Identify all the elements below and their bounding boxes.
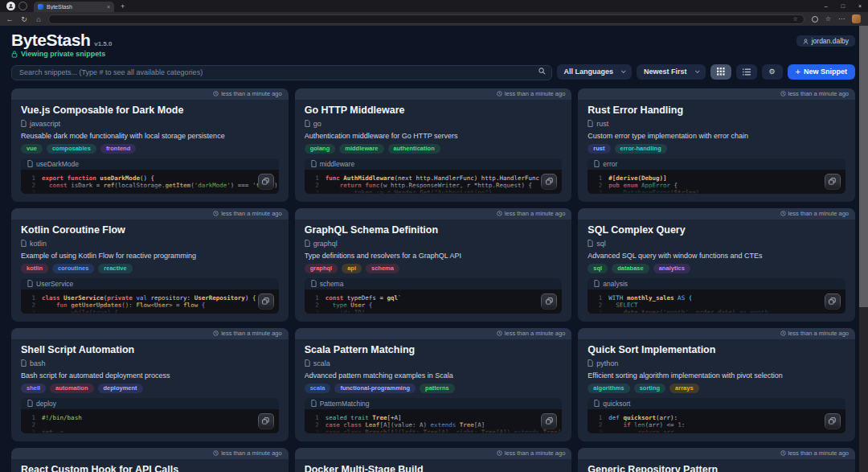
browser-avatar[interactable] xyxy=(852,14,861,23)
copy-icon xyxy=(262,178,269,185)
window-minimize-button[interactable]: – xyxy=(825,3,828,9)
snippet-card[interactable]: less than a minute ago Vue.js Composable… xyxy=(11,88,289,202)
tag-pill[interactable]: error-handling xyxy=(615,144,667,154)
snippet-title: Shell Script Automation xyxy=(21,344,279,355)
browser-extensions-icon[interactable] xyxy=(18,2,27,10)
bytestash-page: ByteStash v1.5.0 Viewing private snippet… xyxy=(0,26,868,472)
snippet-card[interactable]: less than a minute ago Docker Multi-Stag… xyxy=(295,448,572,472)
tag-pill[interactable]: functional-programming xyxy=(334,384,416,393)
tag-pill[interactable]: automation xyxy=(50,384,93,393)
tag-pill[interactable]: coroutines xyxy=(52,264,94,273)
snippet-card[interactable]: less than a minute ago Go HTTP Middlewar… xyxy=(295,88,572,202)
tag-pill[interactable]: golang xyxy=(305,144,336,154)
tag-pill[interactable]: frontend xyxy=(100,144,136,154)
favorites-button[interactable]: ☆ xyxy=(825,15,831,23)
copy-button[interactable] xyxy=(541,293,557,310)
tag-pill[interactable]: rust xyxy=(588,144,610,154)
snippet-card[interactable]: less than a minute ago Kotlin Coroutine … xyxy=(11,208,289,322)
window-close-button[interactable]: × xyxy=(858,3,862,9)
snippet-title: Vue.js Composable for Dark Mode xyxy=(21,105,279,116)
tag-pill[interactable]: database xyxy=(612,264,649,273)
tag-pill[interactable]: middleware xyxy=(339,144,383,154)
home-button[interactable]: ⌂ xyxy=(34,15,43,23)
copy-button[interactable] xyxy=(258,413,274,429)
card-timestamp-bar: less than a minute ago xyxy=(295,328,572,339)
snippet-card[interactable]: less than a minute ago React Custom Hook… xyxy=(11,448,289,472)
code-file-name: middleware xyxy=(320,160,354,168)
copy-button[interactable] xyxy=(541,174,557,190)
user-menu-button[interactable]: jordan.dalby xyxy=(796,35,855,47)
search-icon xyxy=(538,68,546,75)
privacy-label: Viewing private snippets xyxy=(21,50,105,58)
copy-button[interactable] xyxy=(258,174,274,190)
tag-pill[interactable]: patterns xyxy=(420,384,455,393)
tag-pill[interactable]: kotlin xyxy=(21,264,48,273)
snippet-card[interactable]: less than a minute ago Shell Script Auto… xyxy=(11,328,289,441)
snippet-card[interactable]: less than a minute ago Scala Pattern Mat… xyxy=(295,328,572,441)
tag-pill[interactable]: shell xyxy=(21,384,46,393)
code-line: 1#[derive(Debug)] xyxy=(592,174,839,182)
search-input[interactable] xyxy=(11,65,552,80)
tag-pill[interactable]: sorting xyxy=(634,384,665,393)
browser-hub-icon[interactable] xyxy=(812,16,818,23)
code-line: 3 return arr xyxy=(592,429,839,433)
snippet-title: React Custom Hook for API Calls xyxy=(21,464,279,472)
tag-pill[interactable]: sql xyxy=(588,264,608,273)
timestamp-label: less than a minute ago xyxy=(221,90,281,97)
clock-icon xyxy=(780,211,786,216)
address-bar[interactable]: ☆ xyxy=(48,14,805,24)
language-filter-select[interactable]: All Languages xyxy=(557,64,633,80)
snippet-card[interactable]: less than a minute ago Rust Error Handli… xyxy=(578,88,855,202)
browser-menu-button[interactable]: ⋯ xyxy=(838,15,845,23)
snippet-card[interactable]: less than a minute ago GraphQL Schema De… xyxy=(295,208,572,322)
window-maximize-button[interactable]: □ xyxy=(841,3,845,9)
file-icon xyxy=(311,280,317,287)
back-button[interactable]: ← xyxy=(5,15,14,23)
sort-order-select[interactable]: Newest First xyxy=(637,64,706,80)
snippet-language-label: scala xyxy=(313,359,330,367)
tab-close-icon[interactable]: × xyxy=(107,4,110,10)
tag-pill[interactable]: graphql xyxy=(305,264,338,273)
new-snippet-button[interactable]: + New Snippet xyxy=(788,64,855,80)
snippet-tags: vuecomposablesfrontend xyxy=(21,144,279,154)
tag-pill[interactable]: analytics xyxy=(653,264,690,273)
grid-view-button[interactable] xyxy=(710,64,731,80)
refresh-button[interactable]: ↻ xyxy=(19,15,29,23)
new-tab-button[interactable]: + xyxy=(121,2,125,10)
snippet-card[interactable]: less than a minute ago Generic Repositor… xyxy=(578,448,855,472)
copy-button[interactable] xyxy=(825,174,841,190)
tag-pill[interactable]: vue xyxy=(21,144,43,154)
copy-button[interactable] xyxy=(258,293,274,310)
timestamp-label: less than a minute ago xyxy=(788,449,849,457)
copy-button[interactable] xyxy=(541,413,557,429)
snippet-card[interactable]: less than a minute ago SQL Complex Query… xyxy=(578,208,855,322)
card-timestamp-bar: less than a minute ago xyxy=(11,448,289,459)
tag-pill[interactable]: deployment xyxy=(98,384,143,393)
snippet-card[interactable]: less than a minute ago Quick Sort Implem… xyxy=(578,328,855,441)
tag-pill[interactable]: arrays xyxy=(669,384,699,393)
snippet-title: Generic Repository Pattern xyxy=(588,464,845,472)
clock-icon xyxy=(780,91,786,96)
clock-icon xyxy=(213,330,219,336)
tag-pill[interactable]: schema xyxy=(366,264,399,273)
tag-pill[interactable]: composables xyxy=(47,144,96,154)
list-view-button[interactable] xyxy=(736,64,757,80)
tag-pill[interactable]: algorithms xyxy=(588,384,629,393)
tag-pill[interactable]: scala xyxy=(305,384,331,393)
code-line: 1sealed trait Tree[+A] xyxy=(309,414,556,421)
browser-profile-icon[interactable] xyxy=(6,2,15,10)
browser-tab[interactable]: ByteStash × xyxy=(34,2,114,12)
scrollbar-thumb[interactable] xyxy=(859,26,868,307)
snippet-description: Efficient sorting algorithm implementati… xyxy=(588,371,845,380)
file-icon xyxy=(588,120,593,127)
tag-pill[interactable]: authentication xyxy=(388,144,440,154)
tag-pill[interactable]: reactive xyxy=(98,264,132,273)
settings-button[interactable]: ⚙ xyxy=(762,64,783,80)
timestamp-label: less than a minute ago xyxy=(221,330,281,337)
bookmark-star-icon[interactable]: ☆ xyxy=(793,16,798,23)
tag-pill[interactable]: api xyxy=(342,264,362,273)
copy-icon xyxy=(546,298,553,305)
copy-button[interactable] xyxy=(825,293,841,310)
copy-button[interactable] xyxy=(825,413,841,429)
page-scrollbar[interactable] xyxy=(859,26,868,472)
